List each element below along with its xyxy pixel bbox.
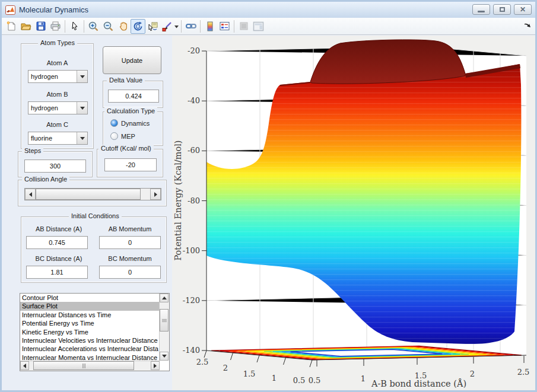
steps-title: Steps [22, 147, 43, 154]
dropdown-arrow-icon[interactable] [77, 102, 87, 114]
vertical-scroll-thumb[interactable] [160, 309, 169, 332]
delta-value-title: Delta Value [107, 77, 145, 84]
collision-angle-panel: Collision Angle [18, 180, 167, 206]
link-plot-icon [185, 21, 197, 31]
minimize-button[interactable] [472, 4, 490, 15]
mep-radio-label: MEP [121, 133, 135, 140]
scroll-left-arrow[interactable] [20, 361, 29, 370]
restore-button[interactable] [493, 4, 511, 15]
figure-canvas: Atom Types Atom A hydrogen Atom B hydrog… [2, 36, 535, 390]
rotate-3d-button[interactable] [131, 19, 145, 34]
window-title: Molecular Dynamics [19, 5, 88, 14]
dynamics-radio-label: Dynamics [121, 120, 150, 127]
bc-distance-label: BC Distance (A) [26, 255, 91, 262]
atom-c-dropdown[interactable]: fluorine [28, 132, 88, 145]
bc-axis-tick-labels: 2.5 2 1.5 1 0.5 [196, 358, 306, 385]
zoom-out-button[interactable] [101, 19, 116, 34]
open-file-button[interactable] [18, 19, 33, 34]
print-figure-button[interactable] [48, 19, 63, 34]
z-axis-label: Potential Energy (Kcal/mol) [173, 140, 183, 260]
save-figure-button[interactable] [33, 19, 48, 34]
zoom-in-button[interactable] [86, 19, 101, 34]
list-item-selected[interactable]: Surface Plot [20, 302, 160, 310]
scroll-down-arrow[interactable] [160, 352, 169, 361]
svg-text:-60: -60 [188, 146, 200, 155]
svg-text:2: 2 [223, 364, 228, 372]
cutoff-input[interactable] [104, 158, 157, 171]
save-figure-icon [36, 21, 46, 31]
open-file-icon [20, 21, 31, 31]
update-button[interactable]: Update [103, 46, 161, 74]
surface-plot[interactable]: -20 -40 -60 -80 -100 -120 -140 2.5 2 1.5… [172, 36, 537, 392]
close-button[interactable]: ✕ [514, 4, 532, 15]
calculation-type-panel: Calculation Type Dynamics MEP [103, 111, 163, 146]
bc-momentum-input[interactable] [99, 266, 161, 279]
dropdown-arrow-icon[interactable] [77, 132, 87, 144]
insert-legend-button[interactable] [217, 19, 232, 34]
restore-icon [500, 7, 505, 12]
bc-momentum-label: BC Momentum [97, 255, 163, 262]
mep-radio-row[interactable]: MEP [110, 132, 135, 140]
title-bar[interactable]: Molecular Dynamics ✕ [2, 2, 535, 18]
collision-angle-title: Collision Angle [22, 176, 69, 183]
scroll-right-arrow[interactable] [151, 361, 160, 370]
list-item[interactable]: Internuclear Velocities vs Internuclear … [20, 336, 160, 345]
svg-text:1: 1 [272, 374, 277, 383]
toolbar-separator [84, 20, 84, 33]
list-item[interactable]: Internuclear Distances vs Time [20, 311, 160, 319]
slider-left-arrow[interactable] [25, 189, 36, 200]
cutoff-panel: Cutoff (Kcal/ mol) [97, 149, 163, 177]
list-item[interactable]: Internuclear Accelerations vs Internucle… [20, 345, 160, 353]
atom-c-label: Atom C [21, 121, 93, 128]
svg-text:-120: -120 [183, 296, 200, 305]
toolbar-separator [181, 20, 182, 33]
delta-value-input[interactable] [108, 90, 159, 103]
list-item[interactable]: Kinetic Energy vs Time [20, 328, 160, 336]
svg-text:-20: -20 [188, 46, 200, 55]
scroll-up-arrow[interactable] [160, 294, 169, 302]
dynamics-radio-row[interactable]: Dynamics [110, 119, 150, 127]
list-item[interactable]: Potential Energy vs Time [20, 319, 160, 327]
data-cursor-button[interactable] [145, 19, 160, 34]
slider-right-arrow[interactable] [150, 189, 161, 200]
svg-text:1: 1 [361, 374, 366, 383]
horizontal-scroll-thumb[interactable] [33, 361, 134, 370]
pan-button[interactable] [116, 19, 131, 34]
insert-legend-icon [219, 21, 230, 31]
svg-text:2.5: 2.5 [196, 358, 209, 366]
ab-momentum-input[interactable] [99, 236, 161, 249]
edit-plot-button[interactable] [67, 19, 82, 34]
ab-momentum-label: AB Momentum [97, 225, 163, 232]
link-plot-button[interactable] [183, 19, 198, 34]
atom-b-dropdown[interactable]: hydrogen [28, 101, 88, 114]
toolbar-overflow-icon[interactable] [523, 21, 531, 29]
new-figure-button[interactable] [4, 19, 18, 34]
atom-a-label: Atom A [21, 59, 93, 66]
dynamics-radio[interactable] [110, 119, 118, 127]
plot-figure: -20 -40 -60 -80 -100 -120 -140 2.5 2 1.5… [172, 36, 535, 390]
brush-data-button[interactable] [160, 19, 179, 34]
list-item[interactable]: Contour Plot [20, 294, 160, 302]
insert-colorbar-button[interactable] [202, 19, 217, 34]
initial-conditions-panel: Initial Conditions AB Distance (A) AB Mo… [21, 216, 167, 283]
collision-angle-slider[interactable] [24, 188, 161, 200]
ab-distance-input[interactable] [26, 236, 88, 249]
hide-plot-tools-button[interactable] [236, 19, 251, 34]
svg-text:-80: -80 [188, 196, 200, 205]
bc-distance-input[interactable] [26, 266, 88, 279]
list-item[interactable]: Internuclear Momenta vs Internuclear Dis… [20, 353, 160, 361]
listbox-vertical-scrollbar[interactable] [159, 294, 169, 361]
dropdown-arrow-icon[interactable] [77, 71, 87, 82]
atom-a-dropdown[interactable]: hydrogen [28, 70, 88, 83]
steps-input[interactable] [24, 160, 86, 173]
app-window: Molecular Dynamics ✕ [0, 0, 537, 392]
mep-radio[interactable] [110, 132, 118, 140]
brush-data-icon [161, 21, 179, 32]
listbox-horizontal-scrollbar[interactable] [20, 361, 160, 371]
new-figure-icon [6, 21, 17, 31]
slider-thumb[interactable] [36, 189, 141, 200]
toolbar-separator [65, 20, 65, 33]
cutoff-title: Cutoff (Kcal/ mol) [98, 145, 154, 152]
toolbar-separator [234, 20, 234, 33]
show-plot-tools-button[interactable] [251, 19, 266, 34]
